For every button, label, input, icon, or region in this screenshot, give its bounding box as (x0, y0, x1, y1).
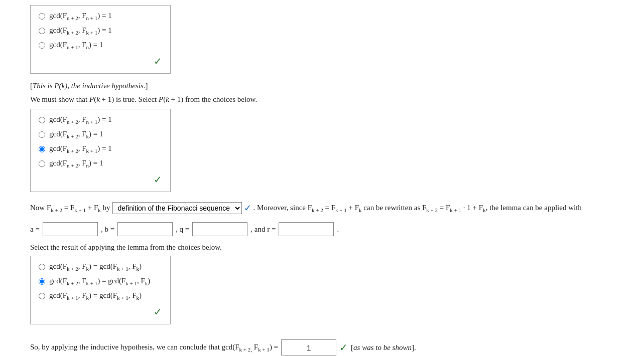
top-radio-item-3: gcd(Fn + 1, Fn) = 1 (39, 41, 162, 50)
conclusion-end: [as was to be shown]. (351, 343, 416, 352)
second-radio-box: gcd(Fn + 2, Fn + 1) = 1 gcd(Fk + 2, Fk) … (30, 109, 171, 192)
inductive-hypothesis-bracket-close: .] (144, 82, 148, 90)
second-radio-label-2: gcd(Fk + 2, Fk) = 1 (49, 130, 103, 139)
q-label: , q = (176, 225, 189, 234)
top-radio-item-2: gcd(Fk + 2, Fk + 1) = 1 (39, 26, 162, 36)
second-radio-label-1: gcd(Fn + 2, Fn + 1) = 1 (49, 115, 112, 125)
third-radio-item-1: gcd(Fk + 2, Fk) = gcd(Fk + 1, Fk) (39, 262, 162, 272)
q-input[interactable] (192, 222, 247, 236)
third-checkmark-row: ✓ (39, 306, 162, 318)
conclusion-input[interactable] (281, 339, 336, 355)
conclusion-prefix: So, by applying the inductive hypothesis… (30, 343, 278, 352)
second-radio-group: gcd(Fn + 2, Fn + 1) = 1 gcd(Fk + 2, Fk) … (39, 115, 162, 168)
a-label: a = (30, 225, 40, 234)
third-radio-group: gcd(Fk + 2, Fk) = gcd(Fk + 1, Fk) gcd(Fk… (39, 262, 162, 301)
must-show-text: We must show that P(k + 1) is true. Sele… (30, 95, 614, 104)
second-radio-item-2: gcd(Fk + 2, Fk) = 1 (39, 130, 162, 139)
top-radio-group: gcd(Fn + 2, Fn + 1) = 1 gcd(Fk + 2, Fk +… (39, 12, 162, 50)
variables-row: a = , b = , q = , and r = . (30, 222, 614, 236)
third-radio-3[interactable] (39, 293, 45, 299)
r-label: , and r = (250, 225, 276, 234)
b-input[interactable] (117, 222, 173, 236)
third-radio-1[interactable] (39, 264, 45, 270)
third-radio-item-3: gcd(Fk + 1, Fk) = gcd(Fk + 1, Fk) (39, 291, 162, 301)
third-radio-box: gcd(Fk + 2, Fk) = gcd(Fk + 1, Fk) gcd(Fk… (30, 256, 171, 324)
third-radio-item-2: gcd(Fk + 2, Fk + 1) = gcd(Fk + 1, Fk) (39, 277, 162, 286)
second-radio-label-3: gcd(Fk + 2, Fk + 1) = 1 (49, 144, 112, 154)
page-wrapper: gcd(Fn + 2, Fn + 1) = 1 gcd(Fk + 2, Fk +… (0, 0, 644, 356)
top-checkmark-icon: ✓ (154, 55, 162, 67)
top-radio-1[interactable] (39, 13, 45, 20)
second-radio-4[interactable] (39, 160, 45, 167)
a-input[interactable] (43, 222, 98, 236)
third-checkmark-icon: ✓ (154, 306, 162, 318)
top-checkmark-row: ✓ (39, 55, 162, 67)
inductive-hypothesis-italic: This is P(k), the inductive hypothesis (33, 82, 144, 90)
fibonacci-definition-dropdown[interactable]: definition of the Fibonacci sequence ind… (112, 202, 242, 214)
now-prefix: Now Fk + 2 = Fk + 1 + Fk by (30, 201, 110, 216)
top-radio-label-1: gcd(Fn + 2, Fn + 1) = 1 (49, 12, 112, 21)
b-label: , b = (101, 225, 114, 234)
period: . (337, 225, 339, 234)
third-radio-2[interactable] (39, 278, 45, 285)
second-checkmark-row: ✓ (39, 173, 162, 186)
dropdown-check-icon: ✓ (244, 200, 251, 216)
second-radio-item-3: gcd(Fk + 2, Fk + 1) = 1 (39, 144, 162, 154)
top-radio-label-3: gcd(Fn + 1, Fn) = 1 (49, 41, 103, 50)
top-radio-box: gcd(Fn + 2, Fn + 1) = 1 gcd(Fk + 2, Fk +… (30, 5, 171, 74)
second-radio-item-4: gcd(Fn + 2, Fn) = 1 (39, 159, 162, 168)
conclusion-check-icon: ✓ (339, 341, 348, 353)
second-radio-item-1: gcd(Fn + 2, Fn + 1) = 1 (39, 115, 162, 125)
r-input[interactable] (279, 222, 334, 236)
third-radio-label-2: gcd(Fk + 2, Fk + 1) = gcd(Fk + 1, Fk) (49, 277, 150, 286)
third-radio-label-1: gcd(Fk + 2, Fk) = gcd(Fk + 1, Fk) (49, 262, 142, 272)
second-radio-3[interactable] (39, 146, 45, 152)
top-radio-item-1: gcd(Fn + 2, Fn + 1) = 1 (39, 12, 162, 21)
top-radio-label-2: gcd(Fk + 2, Fk + 1) = 1 (49, 26, 112, 36)
top-radio-2[interactable] (39, 28, 45, 34)
top-radio-3[interactable] (39, 42, 45, 49)
second-radio-label-4: gcd(Fn + 2, Fn) = 1 (49, 159, 103, 168)
now-moreover: . Moreover, since Fk + 2 = Fk + 1 + Fk c… (253, 201, 582, 216)
now-row: Now Fk + 2 = Fk + 1 + Fk by definition o… (30, 200, 614, 216)
inductive-hypothesis-text: [This is P(k), the inductive hypothesis.… (30, 82, 614, 90)
third-radio-label-3: gcd(Fk + 1, Fk) = gcd(Fk + 1, Fk) (49, 291, 142, 301)
select-result-label: Select the result of applying the lemma … (30, 243, 614, 252)
second-radio-1[interactable] (39, 117, 45, 123)
conclusion-row: So, by applying the inductive hypothesis… (30, 339, 614, 355)
second-radio-2[interactable] (39, 131, 45, 138)
second-checkmark-icon: ✓ (154, 173, 162, 186)
